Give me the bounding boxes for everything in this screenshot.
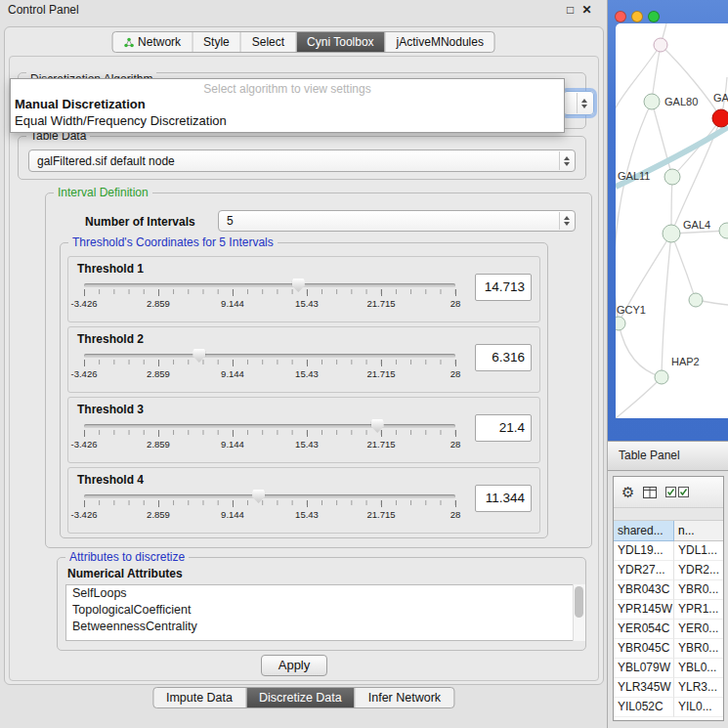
- network-edge[interactable]: [616, 377, 662, 418]
- attributes-group: Attributes to discretize Numerical Attri…: [57, 557, 586, 651]
- network-edge[interactable]: [662, 234, 671, 377]
- threshold-slider[interactable]: -3.4262.8599.14415.4321.71528: [84, 278, 455, 318]
- table-row[interactable]: YDR27...YDR2...: [614, 561, 723, 580]
- network-node[interactable]: [654, 38, 667, 52]
- threshold-slider[interactable]: -3.4262.8599.14415.4321.71528: [84, 419, 455, 458]
- slider-minor-ticks: [84, 360, 455, 364]
- column-header-shared-name[interactable]: shared...: [614, 521, 674, 541]
- threshold-slider[interactable]: -3.4262.8599.14415.4321.71528: [84, 490, 455, 529]
- dropdown-option-equal-width[interactable]: Equal Width/Frequency Discretization: [11, 112, 564, 129]
- attribute-list-item[interactable]: TopologicalCoefficient: [66, 602, 577, 619]
- tab-network[interactable]: Network: [112, 32, 192, 52]
- threshold-slider[interactable]: -3.4262.8599.14415.4321.71528: [84, 349, 455, 388]
- control-panel-tabs: Network Style Select Cyni Toolbox jActiv…: [111, 31, 495, 53]
- threshold-value-field[interactable]: 21.4: [475, 414, 532, 442]
- tab-impute-data[interactable]: Impute Data: [153, 688, 245, 707]
- table-toolbar: ⚙: [614, 477, 723, 508]
- tab-style[interactable]: Style: [192, 32, 240, 52]
- network-edge[interactable]: [619, 323, 662, 377]
- tab-infer-network[interactable]: Infer Network: [355, 688, 453, 707]
- table-row[interactable]: YBL079WYBL0...: [614, 659, 723, 678]
- slider-scale-label: -3.426: [71, 368, 98, 379]
- table-row[interactable]: YPR145WYPR1...: [614, 600, 723, 620]
- scrollbar-thumb[interactable]: [575, 586, 583, 618]
- network-node[interactable]: [663, 225, 680, 242]
- slider-minor-ticks: [84, 500, 455, 505]
- slider-major-tick: [307, 430, 308, 437]
- network-node[interactable]: [655, 370, 668, 384]
- network-node[interactable]: [644, 94, 660, 109]
- threshold-value-field[interactable]: 11.344: [475, 485, 532, 512]
- attributes-list: SelfLoopsTopologicalCoefficientBetweenne…: [65, 584, 578, 641]
- slider-scale-label: 2.859: [147, 298, 170, 309]
- slider-scale-label: 9.144: [221, 298, 244, 309]
- table-spacer: [614, 508, 723, 521]
- table-cell-shared-name: YPR145W: [614, 600, 674, 620]
- attributes-scrollbar[interactable]: [573, 584, 585, 641]
- close-traffic-light[interactable]: [615, 11, 626, 22]
- slider-scale-label: 28: [450, 509, 461, 520]
- algorithm-select[interactable]: [563, 91, 594, 115]
- float-window-icon[interactable]: □: [562, 3, 578, 17]
- control-panel-window: Control Panel □ ✕ Network Style Select C…: [0, 0, 608, 728]
- table-cell-name: YPR1...: [674, 600, 723, 620]
- attribute-list-item[interactable]: BetweennessCentrality: [66, 619, 577, 635]
- slider-scale-label: 21.715: [366, 298, 395, 309]
- threshold-label: Threshold 1: [77, 262, 144, 276]
- minimize-traffic-light[interactable]: [631, 11, 643, 22]
- network-edge[interactable]: [671, 234, 696, 300]
- table-row[interactable]: YDL19...YDL1...: [614, 541, 723, 561]
- network-edge[interactable]: [616, 102, 652, 323]
- network-node-label: GCY1: [617, 304, 646, 316]
- table-row[interactable]: YBR045CYBR0...: [614, 639, 723, 659]
- network-node[interactable]: [616, 317, 625, 330]
- slider-scale-label: -3.426: [71, 298, 98, 309]
- number-of-intervals-select[interactable]: 5: [218, 210, 576, 232]
- network-node[interactable]: [664, 169, 680, 185]
- tab-discretize-data[interactable]: Discretize Data: [245, 688, 355, 707]
- table-row[interactable]: YIL052CYIL0...: [614, 698, 723, 717]
- apply-button[interactable]: Apply: [261, 655, 327, 676]
- threshold-label: Threshold 4: [77, 473, 144, 487]
- threshold-value-field[interactable]: 6.316: [475, 344, 532, 371]
- network-edge[interactable]: [652, 45, 661, 102]
- dropdown-option-manual-discretization[interactable]: Manual Discretization: [11, 96, 564, 112]
- node-table-window: ⚙ shared... n... YDL19...YDL1...YDR27...…: [613, 476, 724, 721]
- close-window-icon[interactable]: ✕: [578, 3, 595, 17]
- table-data-group: Table Data galFiltered.sif default node: [18, 136, 586, 180]
- network-node[interactable]: [689, 293, 703, 307]
- attribute-list-item[interactable]: SelfLoops: [66, 585, 577, 602]
- table-row[interactable]: YER054CYER0...: [614, 620, 723, 639]
- tab-label: Select: [252, 35, 284, 49]
- tab-select[interactable]: Select: [240, 32, 295, 52]
- column-header-name[interactable]: n...: [674, 521, 723, 541]
- threshold-value-field[interactable]: 14.713: [475, 274, 532, 301]
- table-data-select[interactable]: galFiltered.sif default node: [28, 150, 576, 172]
- slider-major-tick: [84, 500, 85, 507]
- network-node[interactable]: [712, 109, 728, 127]
- group-title: Attributes to discretize: [65, 550, 189, 564]
- group-title: Threshold's Coordinates for 5 Intervals: [68, 236, 278, 249]
- tab-jactivemnodules[interactable]: jActiveMNodules: [385, 32, 494, 52]
- slider-major-tick: [84, 360, 85, 366]
- table-row[interactable]: YLR345WYLR3...: [614, 678, 723, 698]
- network-node[interactable]: [719, 223, 728, 238]
- table-panel-header: Table Panel: [608, 441, 728, 471]
- table-cell-shared-name: YBR045C: [614, 639, 674, 659]
- threshold-panel: Threshold 3-3.4262.8599.14415.4321.71528…: [67, 397, 540, 463]
- slider-major-tick: [158, 500, 159, 507]
- table-cell-shared-name: YBR043C: [614, 580, 674, 600]
- zoom-traffic-light[interactable]: [648, 11, 660, 22]
- network-canvas[interactable]: GAL80GAGAL11GAL4GCY1HAP2: [616, 23, 728, 418]
- select-checkboxes-icon[interactable]: [665, 487, 689, 497]
- slider-major-tick: [233, 500, 234, 507]
- tab-label: Cyni Toolbox: [307, 35, 373, 49]
- gear-icon[interactable]: ⚙: [621, 485, 634, 499]
- table-row[interactable]: YBR043CYBR0...: [614, 580, 723, 600]
- slider-scale-label: 9.144: [221, 439, 244, 450]
- columns-icon[interactable]: [643, 487, 657, 498]
- tab-label: Network: [138, 35, 181, 49]
- slider-minor-ticks: [84, 430, 455, 435]
- tab-cyni-toolbox[interactable]: Cyni Toolbox: [295, 32, 384, 52]
- table-cell-name: YDR2...: [674, 561, 723, 580]
